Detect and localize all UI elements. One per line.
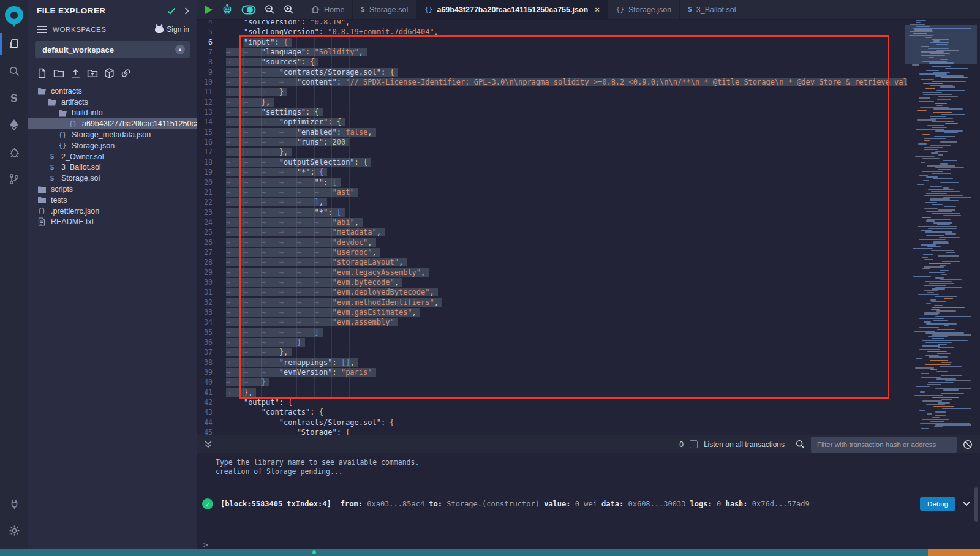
tree-item-label: scripts bbox=[51, 185, 73, 193]
code-line-24: 24→ → → → → → "abi", bbox=[197, 217, 907, 227]
file-tree: contractsartifactsbuild-info{}a69b43f277… bbox=[28, 86, 197, 227]
solidity-compiler-icon[interactable]: S bbox=[0, 85, 28, 111]
tree-item-readme-txt[interactable]: README.txt bbox=[28, 217, 197, 228]
plugin-manager-icon[interactable] bbox=[0, 490, 28, 517]
code-line-14: 14→ → → "optimizer": { bbox=[197, 117, 907, 127]
zoom-out-icon[interactable] bbox=[265, 4, 275, 15]
line-number: 31 bbox=[197, 287, 226, 297]
chevron-right-icon[interactable] bbox=[184, 7, 189, 15]
code-line-33: 33→ → → → → → "evm.gasEstimates", bbox=[197, 307, 907, 317]
line-number: 44 bbox=[197, 418, 226, 427]
run-script-button[interactable] bbox=[205, 5, 213, 15]
code-line-34: 34→ → → → → → "evm.assembly" bbox=[197, 317, 907, 327]
search-icon[interactable] bbox=[0, 58, 28, 85]
upload-folder-icon[interactable] bbox=[87, 68, 98, 78]
tab-label: Storage.json bbox=[628, 6, 671, 14]
folder-open-icon bbox=[58, 109, 67, 117]
transaction-count: 0 bbox=[679, 440, 684, 449]
dropdown-caret-icon: ▲︎ bbox=[175, 45, 185, 54]
link-icon[interactable] bbox=[121, 68, 131, 78]
tree-item-label: .prettierrc.json bbox=[51, 207, 99, 216]
tree-item-build-info[interactable]: build-info bbox=[28, 108, 197, 119]
code-line-17: 17→ → → }, bbox=[197, 147, 907, 157]
code-line-43: 43 "contracts": { bbox=[197, 407, 907, 417]
tree-item-3-ballot-sol[interactable]: S3_Ballot.sol bbox=[28, 162, 197, 173]
clear-console-icon[interactable] bbox=[963, 440, 973, 449]
tab-home[interactable]: Home bbox=[303, 0, 353, 19]
code-editor[interactable]: 4 "solcVersion": "0.8.19",5 "solcLongVer… bbox=[197, 17, 907, 435]
status-bar bbox=[0, 549, 980, 556]
tree-item-storage-metadata-json[interactable]: {}Storage_metadata.json bbox=[28, 129, 197, 140]
tree-item-storage-sol[interactable]: SStorage.sol bbox=[28, 173, 197, 184]
sign-in-button[interactable]: Sign in bbox=[155, 25, 189, 34]
tab-label: Home bbox=[324, 6, 344, 14]
line-number: 40 bbox=[197, 377, 226, 387]
workspaces-label: WORKSPACES bbox=[53, 26, 155, 33]
transaction-summary: [block:5583405 txIndex:4] from: 0xa03...… bbox=[221, 500, 920, 508]
terminal-prompt[interactable]: > bbox=[203, 540, 208, 549]
remix-logo bbox=[0, 0, 28, 31]
tree-item-contracts[interactable]: contracts bbox=[28, 86, 197, 97]
line-number: 12 bbox=[197, 97, 226, 107]
terminal-scrollbar[interactable] bbox=[974, 487, 978, 522]
close-tab-icon[interactable]: × bbox=[595, 5, 600, 14]
tab-a69b43f277ba20fcac141151250ca755-json[interactable]: {}a69b43f277ba20fcac141151250ca755.json× bbox=[417, 0, 608, 19]
zoom-in-icon[interactable] bbox=[284, 4, 294, 15]
deploy-run-icon[interactable] bbox=[0, 111, 28, 138]
tab-storage-sol[interactable]: SStorage.sol bbox=[353, 0, 417, 19]
tree-item-tests[interactable]: tests bbox=[28, 195, 197, 206]
listen-checkbox[interactable] bbox=[690, 440, 698, 448]
tree-item-label: artifacts bbox=[61, 98, 88, 107]
line-number: 24 bbox=[197, 217, 226, 227]
new-file-icon[interactable] bbox=[37, 68, 47, 78]
line-number: 25 bbox=[197, 227, 226, 237]
new-folder-icon[interactable] bbox=[53, 68, 64, 78]
folder-icon bbox=[37, 186, 47, 193]
hamburger-menu-icon[interactable] bbox=[37, 26, 47, 33]
code-line-36: 36→ → → → } bbox=[197, 337, 907, 347]
ai-copilot-icon[interactable] bbox=[222, 4, 233, 15]
minimap[interactable] bbox=[907, 18, 974, 435]
tab-3-ballot-sol[interactable]: S3_Ballot.sol bbox=[680, 0, 744, 19]
line-number: 29 bbox=[197, 268, 226, 277]
cube-icon[interactable] bbox=[104, 68, 115, 78]
line-number: 27 bbox=[197, 247, 226, 257]
upload-file-icon[interactable] bbox=[70, 68, 81, 78]
line-number: 39 bbox=[197, 367, 226, 377]
line-number: 41 bbox=[197, 388, 226, 397]
code-line-38: 38→ → → "remappings": [], bbox=[197, 358, 907, 367]
git-icon[interactable] bbox=[0, 165, 28, 192]
code-line-12: 12→ → }, bbox=[197, 97, 907, 107]
line-number: 43 bbox=[197, 407, 226, 417]
tree-item--prettierrc-json[interactable]: {}.prettierrc.json bbox=[28, 206, 197, 217]
success-check-icon: ✓ bbox=[202, 498, 213, 509]
terminal-search-icon[interactable] bbox=[796, 440, 805, 449]
settings-gear-icon[interactable] bbox=[0, 517, 28, 544]
line-number: 26 bbox=[197, 238, 226, 247]
tree-item-storage-json[interactable]: {}Storage.json bbox=[28, 140, 197, 151]
github-icon bbox=[155, 26, 164, 33]
debug-button[interactable]: Debug bbox=[920, 497, 956, 511]
workspace-dropdown[interactable]: default_workspace ▲︎ bbox=[35, 41, 190, 58]
collapse-terminal-icon[interactable] bbox=[205, 440, 212, 449]
line-number: 38 bbox=[197, 358, 226, 367]
expand-transaction-icon[interactable] bbox=[963, 502, 970, 506]
terminal-log: Type the library name to see available c… bbox=[197, 453, 980, 476]
code-line-21: 21→ → → → → → "ast" bbox=[197, 187, 907, 197]
transaction-filter-input[interactable] bbox=[811, 437, 957, 453]
transaction-row[interactable]: ✓ [block:5583405 txIndex:4] from: 0xa03.… bbox=[202, 497, 970, 511]
line-number: 36 bbox=[197, 337, 226, 347]
tree-item-scripts[interactable]: scripts bbox=[28, 184, 197, 195]
tree-item-label: 3_Ballot.sol bbox=[61, 163, 101, 171]
panel-title: FILE EXPLORER bbox=[37, 6, 167, 15]
debugger-icon[interactable] bbox=[0, 138, 28, 165]
code-line-19: 19→ → → → "*": { bbox=[197, 167, 907, 177]
tree-item-2-owner-sol[interactable]: S2_Owner.sol bbox=[28, 151, 197, 162]
tab-storage-json[interactable]: {}Storage.json bbox=[608, 0, 680, 19]
tree-item-a69b43f277ba20fcac141151250ca7-[interactable]: {}a69b43f277ba20fcac141151250ca7... bbox=[28, 118, 197, 129]
file-explorer-icon[interactable] bbox=[0, 31, 28, 58]
tree-item-label: a69b43f277ba20fcac141151250ca7... bbox=[82, 119, 197, 128]
tree-item-artifacts[interactable]: artifacts bbox=[28, 97, 197, 108]
copilot-toggle[interactable] bbox=[241, 5, 256, 15]
code-line-7: 7→ → "language": "Solidity", bbox=[197, 47, 907, 57]
